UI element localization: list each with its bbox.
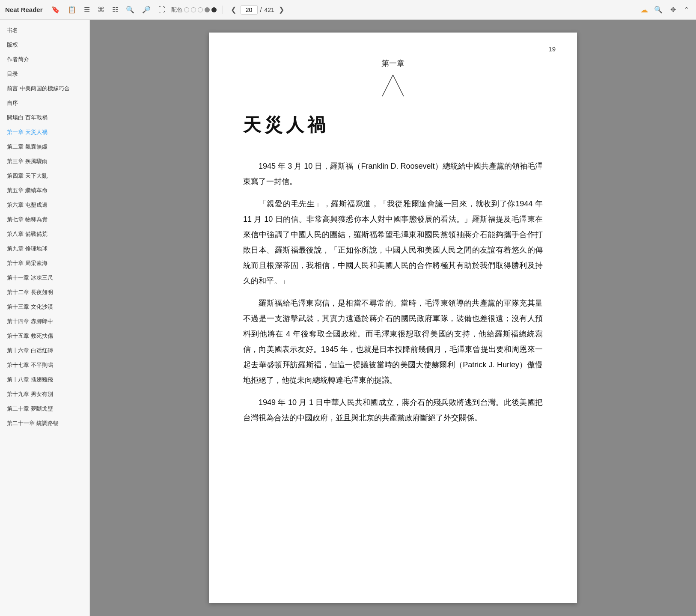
sidebar-item-ch3[interactable]: 第三章 疾風驟雨 xyxy=(0,154,89,169)
menu-icon[interactable]: ☰ xyxy=(82,4,92,15)
cloud-icon[interactable]: ☁ xyxy=(640,5,648,15)
color-dot-2[interactable] xyxy=(191,7,196,12)
sidebar-item-ch17[interactable]: 第十七章 不平則鳴 xyxy=(0,358,89,372)
paragraph-4: 1949 年 10 月 1 日中華人民共和國成立，蔣介石的殘兵敗將逃到台灣。此後… xyxy=(243,395,543,426)
svg-line-1 xyxy=(393,75,404,96)
color-dot-1[interactable] xyxy=(184,7,189,12)
chapter-title: 天災人禍 xyxy=(243,113,543,137)
sidebar-item-opening[interactable]: 開場白 百年戰禍 xyxy=(0,110,89,125)
page-separator: / xyxy=(260,6,262,13)
sidebar: 书名版权作者简介目录前言 中美两国的機緣巧合自序開場白 百年戰禍第一章 天災人禍… xyxy=(0,20,90,616)
sidebar-item-book-title[interactable]: 书名 xyxy=(0,23,89,38)
main-area: 书名版权作者简介目录前言 中美两国的機緣巧合自序開場白 百年戰禍第一章 天災人禍… xyxy=(0,20,696,616)
color-selector[interactable]: 配色 xyxy=(171,6,217,14)
paragraph-3: 羅斯福給毛澤東寫信，是相當不尋常的。當時，毛澤東領導的共產黨的軍隊充其量不過是一… xyxy=(243,295,543,388)
toolbar: Neat Reader 🔖 📋 ☰ ⌘ ☷ 🔍 🔎 ⛶ 配色 ❮ 20 / 42… xyxy=(0,0,696,20)
sidebar-item-ch15[interactable]: 第十五章 救死扶傷 xyxy=(0,329,89,343)
sidebar-item-ch19[interactable]: 第十九章 男女有別 xyxy=(0,387,89,402)
color-配色-label: 配色 xyxy=(171,6,182,14)
paragraph-1: 1945 年 3 月 10 日，羅斯福（Franklin D. Roosevel… xyxy=(243,158,543,189)
page-total: 421 xyxy=(264,6,274,13)
right-toolbar: ☁ 🔍 ✥ ⌃ xyxy=(640,4,691,15)
sidebar-item-ch8[interactable]: 第八章 備戰備荒 xyxy=(0,227,89,241)
search-right-icon[interactable]: 🔍 xyxy=(652,4,664,15)
sidebar-item-ch10[interactable]: 第十章 局梁素海 xyxy=(0,256,89,271)
sidebar-item-ch1[interactable]: 第一章 天災人禍 xyxy=(0,125,89,140)
color-dot-4[interactable] xyxy=(205,7,210,12)
sidebar-item-ch9[interactable]: 第九章 修理地球 xyxy=(0,241,89,256)
sidebar-item-ch18[interactable]: 第十八章 插翅難飛 xyxy=(0,372,89,387)
copy-icon[interactable]: 📋 xyxy=(66,4,78,15)
sidebar-item-ch20[interactable]: 第二十章 夢斷戈壁 xyxy=(0,402,89,416)
sidebar-item-ch14[interactable]: 第十四章 赤腳郎中 xyxy=(0,314,89,329)
sidebar-item-ch13[interactable]: 第十三章 文化沙漠 xyxy=(0,300,89,314)
sidebar-item-ch2[interactable]: 第二章 氣囊無虛 xyxy=(0,140,89,154)
sidebar-item-toc[interactable]: 目录 xyxy=(0,67,89,81)
sidebar-item-preface[interactable]: 前言 中美两国的機緣巧合 xyxy=(0,81,89,96)
sidebar-item-ch7[interactable]: 第七章 物稀為貴 xyxy=(0,212,89,227)
content-area[interactable]: 19 第一章 天災人禍 1945 年 3 月 10 日，羅斯福（Franklin… xyxy=(90,20,696,616)
sidebar-item-foreword[interactable]: 自序 xyxy=(0,96,89,110)
chapter-decoration xyxy=(243,73,543,100)
color-dot-5[interactable] xyxy=(211,7,217,12)
next-page-button[interactable]: ❯ xyxy=(277,4,286,15)
color-dot-3[interactable] xyxy=(198,7,203,12)
separator-1 xyxy=(223,6,223,14)
page-navigation: ❮ 20 / 421 ❯ xyxy=(229,4,286,15)
sidebar-item-ch5[interactable]: 第五章 繼續革命 xyxy=(0,183,89,198)
prev-page-button[interactable]: ❮ xyxy=(229,4,238,15)
bookmark-icon[interactable]: 🔖 xyxy=(50,4,62,15)
sidebar-item-ch16[interactable]: 第十六章 白话红磚 xyxy=(0,343,89,358)
app-title: Neat Reader xyxy=(5,6,43,13)
collapse-icon[interactable]: ⌃ xyxy=(682,4,691,15)
page-number: 19 xyxy=(548,45,556,53)
sidebar-item-ch4[interactable]: 第四章 天下大亂 xyxy=(0,169,89,183)
search-icon[interactable]: 🔍 xyxy=(124,4,136,15)
fullscreen-icon[interactable]: ✥ xyxy=(669,4,678,15)
expand-icon[interactable]: ⛶ xyxy=(157,4,167,15)
sidebar-item-ch6[interactable]: 第六章 屯墾戍邊 xyxy=(0,198,89,212)
list-icon[interactable]: ☷ xyxy=(110,4,120,15)
sidebar-item-ch12[interactable]: 第十二章 長夜翹明 xyxy=(0,285,89,300)
sidebar-item-author-intro[interactable]: 作者简介 xyxy=(0,52,89,67)
sidebar-item-ch21[interactable]: 第二十一章 統調路暢 xyxy=(0,416,89,431)
zoom-icon[interactable]: 🔎 xyxy=(140,4,152,15)
chapter-name: 第一章 xyxy=(243,58,543,68)
sidebar-item-ch11[interactable]: 第十一章 冰凍三尺 xyxy=(0,271,89,285)
book-page: 19 第一章 天災人禍 1945 年 3 月 10 日，羅斯福（Franklin… xyxy=(209,33,577,603)
svg-line-0 xyxy=(382,75,393,96)
grid-icon[interactable]: ⌘ xyxy=(96,4,106,15)
sidebar-item-copyright[interactable]: 版权 xyxy=(0,38,89,52)
page-input[interactable]: 20 xyxy=(241,5,258,15)
paragraph-2: 「親愛的毛先生」，羅斯福寫道，「我從雅爾達會議一回來，就收到了你1944 年 1… xyxy=(243,196,543,289)
